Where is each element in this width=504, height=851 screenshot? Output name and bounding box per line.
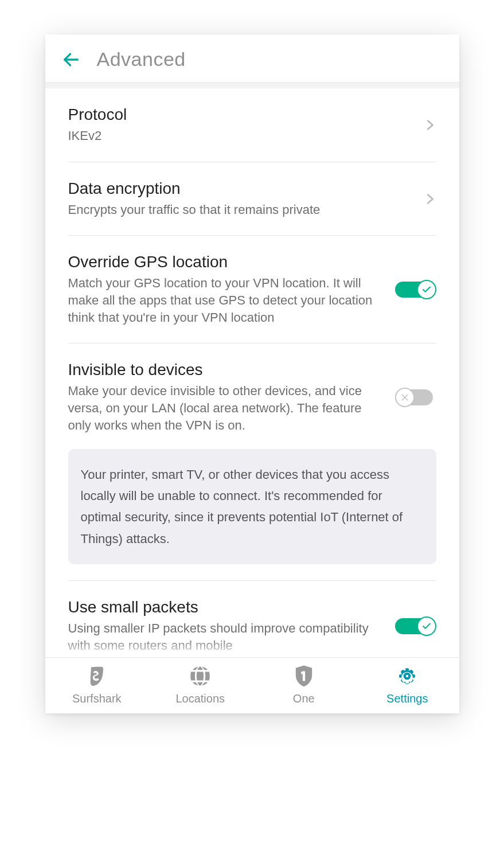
nav-settings[interactable]: Settings [355,665,459,705]
x-icon [400,393,409,402]
nav-locations[interactable]: Locations [149,665,252,705]
gps-sub: Match your GPS location to your VPN loca… [68,275,384,326]
globe-icon [189,665,212,688]
surfshark-icon [85,665,108,688]
nav-one-label: One [293,692,315,705]
gear-icon [396,665,419,688]
invisible-to-devices-row[interactable]: Invisible to devices Make your device in… [45,343,459,443]
protocol-value: IKEv2 [68,127,412,145]
packets-toggle[interactable] [395,616,436,636]
bottom-nav: Surfshark Locations [45,657,459,713]
protocol-title: Protocol [68,106,412,124]
gps-title: Override GPS location [68,253,384,271]
invisible-title: Invisible to devices [68,361,384,379]
protocol-row[interactable]: Protocol IKEv2 [45,88,459,162]
invisible-info-box: Your printer, smart TV, or other devices… [68,449,436,565]
encryption-sub: Encrypts your traffic so that it remains… [68,201,412,218]
chevron-right-icon [424,116,436,134]
invisible-toggle[interactable] [395,388,436,407]
nav-surfshark-label: Surfshark [72,692,122,705]
check-icon [421,621,432,631]
check-icon [421,284,432,295]
header-bar: Advanced [45,34,459,83]
app-screen: Advanced Protocol IKEv2 Data encryption … [45,34,459,713]
shield-one-icon [292,665,315,688]
data-encryption-row[interactable]: Data encryption Encrypts your traffic so… [45,162,459,236]
gps-toggle[interactable] [395,280,436,299]
arrow-left-icon [61,50,81,69]
settings-list: Protocol IKEv2 Data encryption Encrypts … [45,88,459,657]
encryption-title: Data encryption [68,179,412,198]
override-gps-row[interactable]: Override GPS location Match your GPS loc… [45,236,459,343]
back-button[interactable] [61,50,81,69]
nav-surfshark[interactable]: Surfshark [45,665,149,705]
small-packets-row[interactable]: Use small packets Using smaller IP packe… [45,581,459,657]
nav-settings-label: Settings [386,692,428,705]
nav-locations-label: Locations [175,692,225,705]
packets-sub: Using smaller IP packets should improve … [68,620,384,654]
section-gap [45,83,459,88]
page-title: Advanced [97,48,186,71]
packets-title: Use small packets [68,598,384,616]
invisible-sub: Make your device invisible to other devi… [68,382,384,434]
nav-one[interactable]: One [252,665,356,705]
chevron-right-icon [424,190,436,208]
